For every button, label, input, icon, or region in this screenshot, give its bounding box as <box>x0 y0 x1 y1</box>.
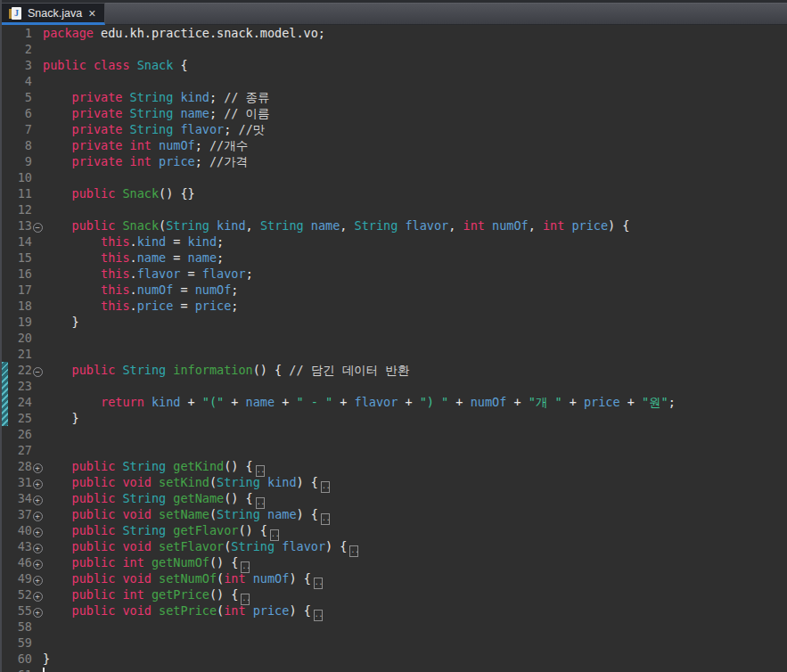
code-line[interactable]: 1package edu.kh.practice.snack.model.vo; <box>2 25 787 41</box>
fold-collapsed-icon[interactable]: + <box>32 538 43 554</box>
plus-icon[interactable]: + <box>33 496 43 505</box>
code-line[interactable]: 23 <box>2 378 787 394</box>
code-token: String <box>122 523 173 537</box>
code-line[interactable]: 19 } <box>2 314 787 330</box>
plus-icon[interactable]: + <box>33 560 43 570</box>
folded-region-box[interactable]: .. <box>314 578 323 589</box>
line-number: 40 <box>2 522 32 538</box>
fold-collapsed-icon[interactable]: + <box>32 458 43 474</box>
code-token: //가격 <box>209 154 248 168</box>
code-line[interactable]: 21 <box>2 346 787 362</box>
plus-icon[interactable]: + <box>33 463 43 473</box>
code-line[interactable]: 3public class Snack { <box>2 57 787 73</box>
code-line[interactable]: 12 <box>2 201 787 217</box>
code-line[interactable]: 10 <box>2 169 787 185</box>
code-line[interactable]: 25 } <box>2 410 787 426</box>
fold-collapsed-icon[interactable]: + <box>32 554 43 570</box>
code-token: ) { <box>297 475 318 489</box>
minus-icon[interactable]: − <box>33 223 43 233</box>
line-number: 34 <box>2 490 32 506</box>
code-line[interactable]: 60} <box>2 651 787 667</box>
code-token: kind <box>267 475 297 489</box>
folded-region-box[interactable]: .. <box>314 610 323 621</box>
code-line[interactable]: 58 <box>2 619 787 635</box>
plus-icon[interactable]: + <box>33 544 43 553</box>
code-line[interactable]: 6 private String name; // 이름 <box>2 105 787 121</box>
code-token: + <box>224 395 245 409</box>
code-line[interactable]: 17 this.numOf = numOf; <box>2 282 787 298</box>
code-line[interactable]: 52+ public int getPrice() {.. <box>2 586 787 602</box>
code-line[interactable]: 43+ public void setFlavor(String flavor)… <box>2 538 787 554</box>
code-token: setPrice <box>159 603 217 618</box>
close-icon[interactable]: × <box>88 8 95 19</box>
plus-icon[interactable]: + <box>33 479 43 489</box>
code-line[interactable]: 18 this.price = price; <box>2 298 787 314</box>
code-line[interactable]: 22− public String information() { // 담긴 … <box>2 362 787 378</box>
fold-collapsed-icon[interactable]: + <box>32 490 43 506</box>
code-line[interactable]: 46+ public int getNumOf() {.. <box>2 554 787 570</box>
code-line[interactable]: 15 this.name = name; <box>2 250 787 266</box>
code-editor[interactable]: 1package edu.kh.practice.snack.model.vo;… <box>2 25 787 672</box>
code-line[interactable]: 14 this.kind = kind; <box>2 234 787 250</box>
code-line[interactable]: 20 <box>2 330 787 346</box>
code-line[interactable]: 55+ public void setPrice(int price) {.. <box>2 602 787 619</box>
fold-expanded-icon[interactable]: − <box>32 362 43 378</box>
code-token: ; <box>217 250 224 265</box>
code-line[interactable]: 28+ public String getKind() {.. <box>2 458 787 474</box>
code-line[interactable]: 16 this.flavor = flavor; <box>2 266 787 282</box>
code-line[interactable]: 26 <box>2 426 787 442</box>
code-token: price <box>137 299 174 313</box>
code-line[interactable]: 13− public Snack(String kind, String nam… <box>2 217 787 234</box>
code-line[interactable]: 40+ public String getFlavor() {.. <box>2 522 787 538</box>
line-number: 59 <box>2 635 32 651</box>
code-line[interactable]: 2 <box>2 41 787 57</box>
code-token: kind <box>137 234 167 249</box>
folded-region-box[interactable]: .. <box>321 481 330 493</box>
fold-collapsed-icon[interactable]: + <box>32 586 43 602</box>
code-line[interactable]: 34+ public String getName() {.. <box>2 490 787 506</box>
code-token: this <box>43 299 130 313</box>
fold-collapsed-icon[interactable]: + <box>32 474 43 490</box>
plus-icon[interactable]: + <box>33 576 43 586</box>
plus-icon[interactable]: + <box>33 528 43 537</box>
code-token: "개 " <box>529 395 562 409</box>
plus-icon[interactable]: + <box>33 592 43 602</box>
code-token: ) { <box>297 507 318 521</box>
code-line[interactable]: 11 public Snack() {} <box>2 185 787 201</box>
tab-bar: J Snack.java × <box>2 0 787 25</box>
code-token: String <box>122 491 173 505</box>
code-token: information <box>173 363 252 377</box>
fold-collapsed-icon[interactable]: + <box>32 602 43 619</box>
code-token: public void <box>43 539 159 553</box>
code-token: String <box>217 475 267 489</box>
code-token: + <box>620 395 642 409</box>
tab-snack-java[interactable]: J Snack.java × <box>2 3 105 25</box>
code-token: price <box>253 603 290 618</box>
code-line[interactable]: 37+ public void setName(String name) {.. <box>2 506 787 522</box>
code-line[interactable]: 27 <box>2 442 787 458</box>
code-token: "원" <box>642 395 668 409</box>
line-number: 17 <box>2 282 32 298</box>
fold-collapsed-icon[interactable]: + <box>32 522 43 538</box>
code-token: kind <box>180 90 209 104</box>
code-line[interactable]: 49+ public void setNumOf(int numOf) {.. <box>2 570 787 586</box>
code-token: ") " <box>420 395 449 409</box>
code-line[interactable]: 9 private int price; //가격 <box>2 153 787 169</box>
folded-region-box[interactable]: .. <box>349 545 358 557</box>
code-line[interactable]: 24 return kind + "(" + name + " - " + fl… <box>2 394 787 410</box>
code-line[interactable]: 7 private String flavor; //맛 <box>2 121 787 137</box>
code-line[interactable]: 59 <box>2 635 787 651</box>
plus-icon[interactable]: + <box>33 512 43 521</box>
minus-icon[interactable]: − <box>33 367 43 377</box>
fold-expanded-icon[interactable]: − <box>32 217 43 234</box>
code-token: flavor <box>180 122 224 136</box>
code-line[interactable]: 31+ public void setKind(String kind) {.. <box>2 474 787 490</box>
code-line[interactable]: 8 private int numOf; //개수 <box>2 137 787 153</box>
fold-collapsed-icon[interactable]: + <box>32 506 43 522</box>
code-line[interactable]: 5 private String kind; // 종류 <box>2 89 787 105</box>
code-line[interactable]: 61 <box>2 667 787 672</box>
code-line[interactable]: 4 <box>2 73 787 89</box>
fold-collapsed-icon[interactable]: + <box>32 570 43 586</box>
plus-icon[interactable]: + <box>33 608 43 618</box>
folded-region-box[interactable]: .. <box>321 513 330 525</box>
